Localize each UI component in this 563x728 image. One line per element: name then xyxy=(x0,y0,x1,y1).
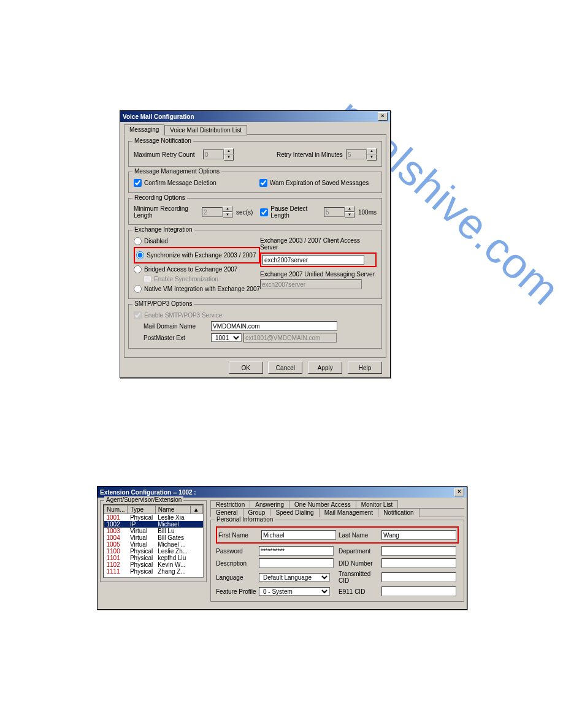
postmaster-email xyxy=(243,333,337,343)
radio-native[interactable] xyxy=(134,285,142,293)
group-exchange: Exchange Integration Disabled Synchroniz… xyxy=(128,230,382,299)
table-row[interactable]: 1111PhysicalZhang Z... xyxy=(104,568,203,575)
spinner-down-icon[interactable]: ▼ xyxy=(224,154,234,161)
spinner-down-icon[interactable]: ▼ xyxy=(345,212,354,218)
tab-monitor-list[interactable]: Monitor List xyxy=(356,500,399,509)
cid-input[interactable] xyxy=(381,572,456,582)
col-type[interactable]: Type xyxy=(128,506,155,514)
scroll-col: ▲ xyxy=(190,506,202,514)
table-row[interactable]: 1100PhysicalLeslie Zh... xyxy=(104,548,203,555)
tab-restriction[interactable]: Restriction xyxy=(210,500,250,509)
group-title: Message Management Options xyxy=(132,168,221,175)
profile-label: Feature Profile xyxy=(216,588,259,595)
tab-speed-dialing[interactable]: Speed Dialing xyxy=(270,508,319,517)
retry-count-input[interactable] xyxy=(203,150,224,159)
did-input[interactable] xyxy=(381,558,456,568)
tab-one-number-access[interactable]: One Number Access xyxy=(289,500,356,509)
group-management: Message Management Options Confirm Messa… xyxy=(128,172,382,193)
extension-dialog: Extension Configuration -- 1002 : × Agen… xyxy=(97,486,467,610)
retry-count-label: Maximum Retry Count xyxy=(134,151,203,158)
enable-smtp-label: Enable SMTP/POP3 Service xyxy=(144,312,222,319)
retry-interval-input[interactable] xyxy=(346,150,367,159)
spinner-up-icon[interactable]: ▲ xyxy=(345,206,354,212)
um-server-input xyxy=(260,279,362,289)
spinner-down-icon[interactable]: ▼ xyxy=(223,212,232,218)
last-name-label: Last Name xyxy=(339,532,381,539)
domain-input[interactable] xyxy=(211,321,337,331)
radio-disabled[interactable] xyxy=(134,237,142,245)
tab-mail-management[interactable]: Mail Management xyxy=(319,508,378,517)
dialog-title: Voice Mail Configuration xyxy=(123,113,194,120)
warn-expiration-label: Warn Expiration of Saved Messages xyxy=(270,180,369,186)
col-num[interactable]: Num... xyxy=(104,506,128,514)
table-row[interactable]: 1101Physicalkepfhd Liu xyxy=(104,555,203,561)
e911-label: E911 CID xyxy=(339,588,381,595)
group-personal: Personal Information First Name Last Nam… xyxy=(210,520,464,602)
enable-sync-label: Enable Synchronization xyxy=(154,276,218,282)
dialog-title: Extension Configuration -- 1002 : xyxy=(100,489,196,496)
close-icon[interactable]: × xyxy=(378,112,388,121)
um-server-label: Exchange 2007 Unified Messaging Server xyxy=(260,271,375,278)
radio-sync[interactable] xyxy=(136,251,144,259)
radio-sync-label: Synchronize with Exchange 2003 / 2007 xyxy=(147,252,256,259)
profile-select[interactable]: 0 - System xyxy=(259,587,330,596)
did-label: DID Number xyxy=(339,560,381,567)
password-label: Password xyxy=(216,548,259,555)
radio-disabled-label: Disabled xyxy=(144,238,168,245)
col-name[interactable]: Name xyxy=(155,506,190,514)
ms-label: 100ms xyxy=(358,209,377,216)
group-notification: Message Notification Maximum Retry Count… xyxy=(128,141,382,167)
apply-button[interactable]: Apply xyxy=(308,362,342,374)
pause-detect-input[interactable] xyxy=(324,207,345,217)
warn-expiration-checkbox[interactable] xyxy=(259,179,267,187)
spinner-down-icon[interactable]: ▼ xyxy=(367,154,377,161)
min-length-label: Minimum Recording Length xyxy=(134,205,202,219)
last-name-input[interactable] xyxy=(381,530,456,540)
cancel-button[interactable]: Cancel xyxy=(268,362,302,374)
group-title: Personal Information xyxy=(215,516,275,523)
pause-detect-label: Pause Detect Length xyxy=(270,205,320,219)
description-input[interactable] xyxy=(259,558,334,568)
group-agent: Agent/Supervisor/Extension Num...TypeNam… xyxy=(100,500,207,582)
ok-button[interactable]: OK xyxy=(229,362,263,374)
table-row[interactable]: 1003VirtualBill Lu xyxy=(104,528,203,534)
min-length-input[interactable] xyxy=(202,207,223,217)
language-label: Language xyxy=(216,574,259,581)
group-title: Agent/Supervisor/Extension xyxy=(104,496,183,503)
spinner-up-icon[interactable]: ▲ xyxy=(367,148,377,154)
radio-bridged[interactable] xyxy=(134,265,142,273)
spinner-up-icon[interactable]: ▲ xyxy=(223,206,232,212)
first-name-input[interactable] xyxy=(261,530,336,540)
description-label: Description xyxy=(216,560,259,567)
client-server-label: Exchange 2003 / 2007 Client Access Serve… xyxy=(260,237,377,251)
department-input[interactable] xyxy=(381,546,456,556)
table-row[interactable]: 1102PhysicalKevin W... xyxy=(104,561,203,568)
title-bar: Voice Mail Configuration × xyxy=(120,111,390,122)
first-name-label: First Name xyxy=(218,532,261,539)
tab-distribution[interactable]: Voice Mail Distribution List xyxy=(164,125,247,135)
tab-notification[interactable]: Notification xyxy=(378,508,419,517)
help-button[interactable]: Help xyxy=(348,362,382,374)
table-row[interactable]: 1005VirtualMichael ... xyxy=(104,541,203,548)
postmaster-label: PostMaster Ext xyxy=(144,335,211,341)
group-smtp: SMTP/POP3 Options Enable SMTP/POP3 Servi… xyxy=(128,304,382,349)
tab-messaging[interactable]: Messaging xyxy=(124,124,164,135)
enable-smtp-checkbox xyxy=(134,311,142,319)
pause-detect-checkbox[interactable] xyxy=(260,208,268,216)
close-icon[interactable]: × xyxy=(454,488,464,496)
table-row[interactable]: 1002IPMichael xyxy=(104,521,203,528)
secs-label: sec(s) xyxy=(236,209,253,216)
password-input[interactable] xyxy=(259,546,334,556)
client-server-input[interactable] xyxy=(262,255,364,265)
confirm-deletion-checkbox[interactable] xyxy=(134,179,142,187)
language-select[interactable]: Default Language xyxy=(259,573,330,582)
spinner-up-icon[interactable]: ▲ xyxy=(224,148,234,154)
e911-input[interactable] xyxy=(381,586,456,596)
tab-answering[interactable]: Answering xyxy=(250,500,289,509)
postmaster-ext-select[interactable]: 1001 xyxy=(211,333,242,342)
table-row[interactable]: 1001PhysicalLeslie Xia xyxy=(104,514,203,521)
domain-label: Mail Domain Name xyxy=(144,323,211,330)
extension-list[interactable]: Num...TypeName▲ 1001PhysicalLeslie Xia10… xyxy=(103,504,204,578)
table-row[interactable]: 1004VirtualBill Gates xyxy=(104,534,203,541)
confirm-deletion-label: Confirm Message Deletion xyxy=(144,180,216,186)
